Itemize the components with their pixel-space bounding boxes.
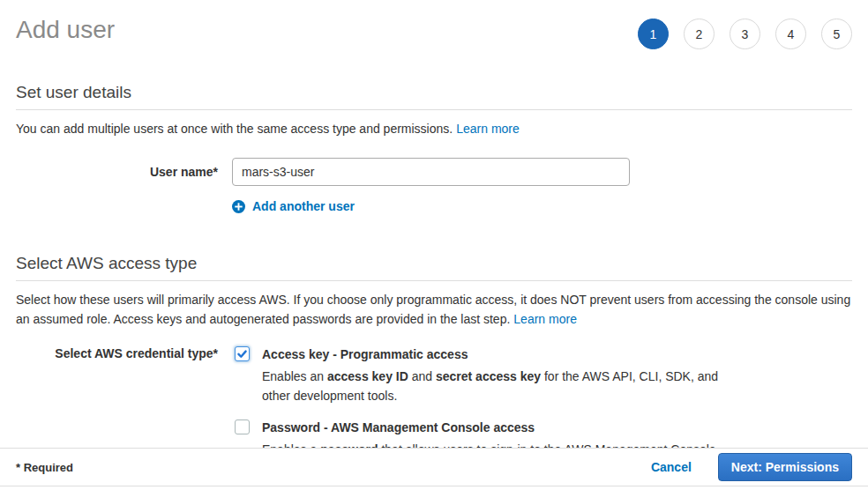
step-indicator-4: 4 — [775, 19, 806, 49]
add-plus-icon — [232, 200, 245, 213]
step-indicator-5: 5 — [821, 19, 852, 49]
step-indicator-3: 3 — [730, 19, 760, 49]
desc-text: Enables an — [262, 369, 327, 383]
username-label: User name* — [16, 165, 218, 179]
user-details-intro: You can add multiple users at once with … — [16, 119, 852, 138]
step-indicator-2: 2 — [684, 19, 715, 49]
access-key-option-title: Access key - Programmatic access — [262, 346, 730, 362]
page-header: Add user 1 2 3 4 5 — [0, 0, 868, 49]
add-another-user-link[interactable]: Add another user — [252, 199, 355, 213]
next-permissions-button[interactable]: Next: Permissions — [718, 453, 852, 481]
learn-more-link-access-type[interactable]: Learn more — [513, 312, 577, 326]
desc-text-bold: access key ID — [327, 369, 408, 383]
section-heading-access-type: Select AWS access type — [16, 254, 852, 281]
access-key-option-text: Access key - Programmatic access Enables… — [262, 346, 730, 405]
user-details-intro-text: You can add multiple users at once with … — [16, 122, 453, 136]
password-option-title: Password - AWS Management Console access — [262, 419, 720, 435]
cancel-button[interactable]: Cancel — [651, 460, 692, 474]
add-another-user-row[interactable]: Add another user — [232, 199, 852, 213]
username-row: User name* — [16, 158, 852, 186]
learn-more-link-user-details[interactable]: Learn more — [456, 122, 520, 136]
access-key-option-desc: Enables an access key ID and secret acce… — [262, 367, 730, 405]
wizard-footer: * Required Cancel Next: Permissions — [0, 448, 868, 486]
required-note: * Required — [16, 461, 73, 474]
access-type-intro: Select how these users will primarily ac… — [16, 290, 852, 329]
password-checkbox[interactable] — [235, 419, 250, 434]
access-key-checkbox[interactable] — [235, 346, 250, 361]
username-input[interactable] — [232, 158, 630, 186]
desc-text-bold: secret access key — [436, 369, 541, 383]
access-type-intro-text: Select how these users will primarily ac… — [16, 293, 850, 326]
section-heading-user-details: Set user details — [16, 83, 852, 110]
step-indicator-1: 1 — [638, 19, 669, 49]
desc-text: and — [408, 369, 436, 383]
checkmark-icon — [236, 348, 248, 360]
wizard-steps: 1 2 3 4 5 — [638, 19, 852, 49]
option-access-key: Access key - Programmatic access Enables… — [235, 346, 730, 405]
footer-actions: Cancel Next: Permissions — [651, 453, 852, 481]
add-user-page: Add user 1 2 3 4 5 Set user details You … — [0, 0, 868, 490]
page-title: Add user — [16, 14, 115, 46]
